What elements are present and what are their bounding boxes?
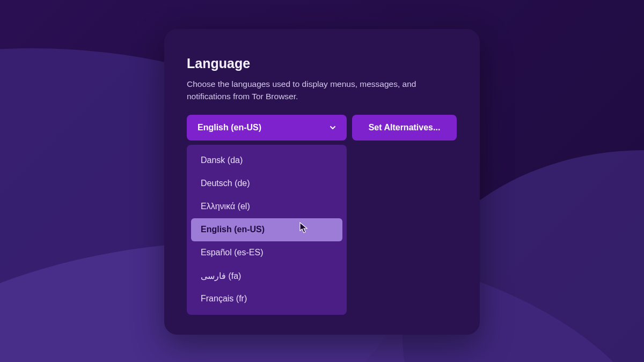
- page-description: Choose the languages used to display men…: [187, 78, 434, 103]
- language-dropdown-selected-label: English (en-US): [197, 123, 261, 132]
- language-option[interactable]: Dansk (da): [191, 149, 342, 172]
- language-dropdown-menu: Dansk (da)Deutsch (de)Ελληνικά (el)Engli…: [187, 145, 347, 315]
- language-option-label: Dansk (da): [201, 156, 243, 165]
- language-option[interactable]: Français (fr): [191, 287, 342, 311]
- language-settings-card: Language Choose the languages used to di…: [164, 29, 480, 335]
- language-option-label: Español (es-ES): [201, 248, 264, 257]
- set-alternatives-label: Set Alternatives...: [369, 123, 441, 132]
- language-option[interactable]: English (en-US): [191, 218, 342, 241]
- language-option[interactable]: فارسی (fa): [191, 264, 342, 287]
- controls-row: English (en-US) Set Alternatives...: [187, 115, 457, 141]
- language-dropdown-button[interactable]: English (en-US): [187, 115, 347, 141]
- language-option[interactable]: Ελληνικά (el): [191, 195, 342, 218]
- language-option-label: English (en-US): [201, 225, 265, 234]
- chevron-down-icon: [328, 123, 337, 132]
- language-option-label: Français (fr): [201, 294, 247, 304]
- language-option[interactable]: Deutsch (de): [191, 172, 342, 195]
- language-option-label: فارسی (fa): [201, 271, 241, 281]
- language-option-label: Ελληνικά (el): [201, 202, 250, 211]
- page-title: Language: [187, 56, 457, 71]
- set-alternatives-button[interactable]: Set Alternatives...: [352, 115, 457, 141]
- language-option[interactable]: Español (es-ES): [191, 241, 342, 264]
- language-option-label: Deutsch (de): [201, 179, 250, 188]
